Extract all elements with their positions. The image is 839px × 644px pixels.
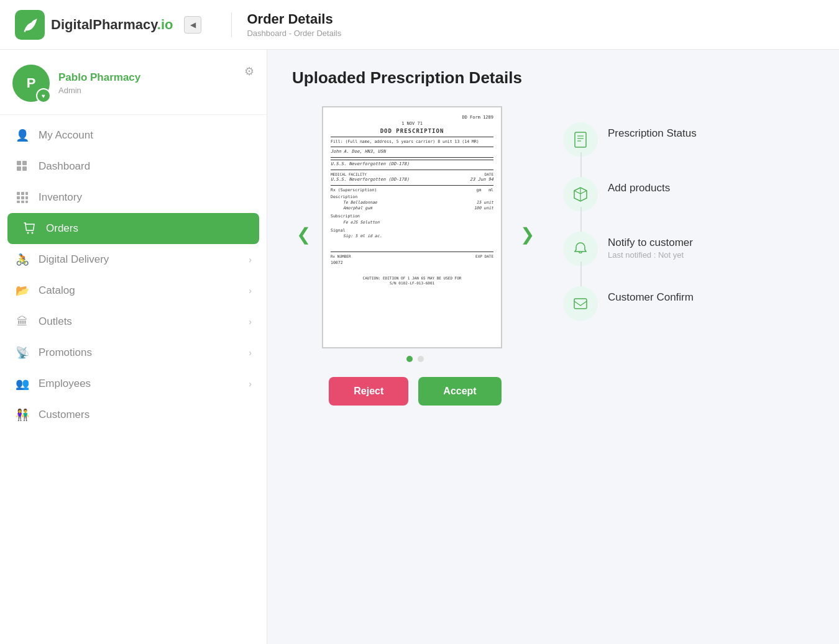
step-icon-add-products	[563, 177, 598, 212]
chevron-icon: ›	[249, 317, 252, 327]
breadcrumb-current: Order Details	[294, 29, 342, 38]
step-label: Customer Confirm	[608, 291, 694, 304]
sidebar-item-label: Digital Delivery	[39, 253, 240, 266]
reject-button[interactable]: Reject	[329, 377, 408, 406]
sidebar: P Pablo Pharmacy Admin ⚙ 👤 My Account	[0, 50, 267, 644]
sidebar-item-customers[interactable]: 👫 Customers	[0, 399, 267, 430]
sidebar-item-outlets[interactable]: 🏛 Outlets ›	[0, 306, 267, 337]
step-customer-confirm: Customer Confirm	[563, 276, 814, 331]
promotions-icon: 📡	[15, 345, 30, 360]
carousel-dot-active	[406, 356, 413, 362]
svg-rect-6	[25, 192, 28, 195]
sidebar-item-label: Dashboard	[39, 160, 252, 173]
profile-name: Pablo Pharmacy	[58, 71, 140, 84]
sidebar-item-catalog[interactable]: 📂 Catalog ›	[0, 275, 267, 306]
sidebar-item-inventory[interactable]: Inventory	[0, 182, 267, 213]
sidebar-item-digital-delivery[interactable]: 🚴 Digital Delivery ›	[0, 244, 267, 275]
step-prescription-status: Prescription Status	[563, 112, 814, 167]
step-content-notify-customer: Notify to customer Last notified : Not y…	[608, 232, 693, 260]
outlets-icon: 🏛	[15, 314, 30, 329]
step-notify-customer: Notify to customer Last notified : Not y…	[563, 222, 814, 276]
breadcrumb: Dashboard - Order Details	[247, 29, 341, 38]
svg-rect-15	[575, 132, 586, 147]
svg-rect-4	[17, 192, 20, 195]
step-content-prescription-status: Prescription Status	[608, 122, 697, 140]
chevron-icon: ›	[249, 286, 252, 296]
sidebar-item-label: Promotions	[39, 347, 240, 359]
svg-point-14	[32, 232, 34, 234]
svg-rect-3	[22, 166, 27, 171]
step-icon-prescription-status	[563, 122, 598, 157]
nav-items: 👤 My Account Dashboard	[0, 115, 267, 435]
sidebar-item-employees[interactable]: 👥 Employees ›	[0, 368, 267, 399]
my-account-icon: 👤	[15, 128, 30, 143]
carousel-next-button[interactable]: ❯	[516, 223, 538, 245]
catalog-icon: 📂	[15, 283, 30, 298]
prescription-carousel: ❮ DD Form 1289 1 NOV 71 DOD PRESCRIPTION…	[292, 106, 538, 406]
employees-icon: 👥	[15, 376, 30, 391]
carousel-dots	[322, 356, 508, 362]
step-content-customer-confirm: Customer Confirm	[608, 286, 694, 304]
leaf-icon	[21, 16, 39, 34]
breadcrumb-home[interactable]: Dashboard	[247, 29, 287, 38]
logo-icon	[15, 10, 45, 40]
dashboard-icon	[15, 159, 30, 174]
header-divider	[231, 12, 232, 37]
digital-delivery-icon: 🚴	[15, 252, 30, 267]
svg-rect-10	[17, 201, 20, 203]
chevron-icon: ›	[249, 348, 252, 358]
sidebar-item-dashboard[interactable]: Dashboard	[0, 151, 267, 182]
sidebar-item-label: Customers	[39, 409, 252, 421]
svg-point-13	[27, 232, 29, 234]
step-add-products: Add products	[563, 167, 814, 222]
sidebar-item-label: Inventory	[39, 191, 252, 204]
step-label: Notify to customer	[608, 237, 693, 249]
section-title: Uploaded Prescription Details	[292, 68, 814, 88]
carousel-container: ❮ DD Form 1289 1 NOV 71 DOD PRESCRIPTION…	[292, 106, 538, 362]
svg-rect-8	[21, 196, 24, 199]
profile-role: Admin	[58, 86, 140, 95]
orders-icon	[22, 221, 37, 236]
sidebar-item-my-account[interactable]: 👤 My Account	[0, 120, 267, 151]
logo-text: DigitalPharmacy.io	[51, 17, 173, 33]
prescription-image: DD Form 1289 1 NOV 71 DOD PRESCRIPTION F…	[322, 106, 502, 348]
step-label: Add products	[608, 182, 670, 194]
prescription-document: DD Form 1289 1 NOV 71 DOD PRESCRIPTION F…	[323, 107, 501, 347]
action-buttons: Reject Accept	[292, 377, 538, 406]
svg-rect-9	[25, 196, 28, 199]
profile-section: P Pablo Pharmacy Admin ⚙	[0, 50, 267, 115]
step-label: Prescription Status	[608, 127, 697, 140]
carousel-dot-inactive	[418, 356, 424, 362]
collapse-button[interactable]: ◀	[184, 16, 201, 34]
gear-icon: ⚙	[244, 65, 254, 78]
chevron-icon: ›	[249, 379, 252, 389]
step-content-add-products: Add products	[608, 177, 670, 194]
sidebar-item-label: Orders	[46, 222, 244, 235]
svg-rect-5	[21, 192, 24, 195]
sidebar-item-label: My Account	[39, 129, 252, 142]
sidebar-item-orders[interactable]: Orders	[7, 213, 259, 244]
sidebar-item-promotions[interactable]: 📡 Promotions ›	[0, 337, 267, 368]
layout: P Pablo Pharmacy Admin ⚙ 👤 My Account	[0, 50, 839, 644]
prescription-image-wrapper: DD Form 1289 1 NOV 71 DOD PRESCRIPTION F…	[322, 106, 508, 362]
profile-info: Pablo Pharmacy Admin	[58, 71, 140, 94]
sidebar-item-label: Outlets	[39, 315, 240, 328]
avatar: P	[12, 65, 50, 102]
carousel-prev-button[interactable]: ❮	[292, 223, 314, 245]
status-steps: Prescription Status Add products	[563, 106, 814, 331]
inventory-icon	[15, 190, 30, 205]
page-title: Order Details	[247, 11, 341, 27]
svg-rect-11	[21, 201, 24, 203]
svg-rect-2	[17, 166, 21, 171]
prescription-area: ❮ DD Form 1289 1 NOV 71 DOD PRESCRIPTION…	[292, 106, 814, 406]
customers-icon: 👫	[15, 407, 30, 422]
chevron-icon: ›	[249, 255, 252, 265]
svg-rect-7	[17, 196, 20, 199]
step-icon-notify-customer	[563, 232, 598, 266]
step-icon-customer-confirm	[563, 286, 598, 321]
svg-rect-0	[17, 161, 21, 165]
top-header: DigitalPharmacy.io ◀ Order Details Dashb…	[0, 0, 839, 50]
accept-button[interactable]: Accept	[418, 377, 501, 406]
gear-button[interactable]: ⚙	[244, 65, 254, 78]
step-sublabel: Last notified : Not yet	[608, 250, 693, 260]
